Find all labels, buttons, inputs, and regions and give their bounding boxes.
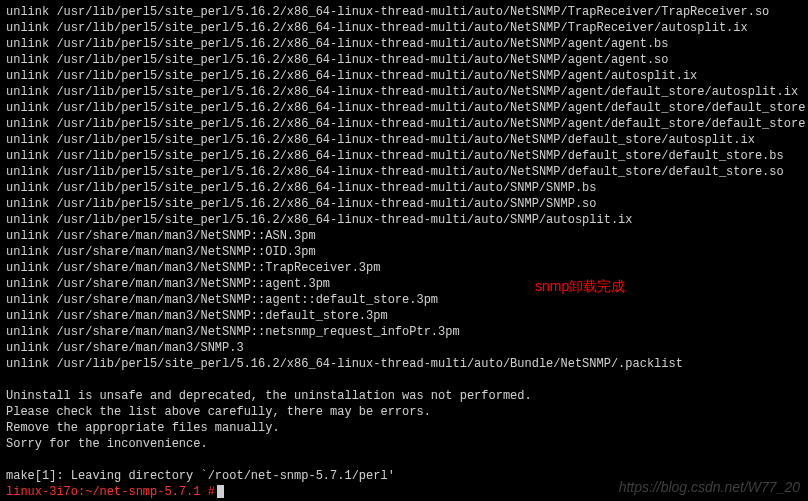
output-line: unlink /usr/lib/perl5/site_perl/5.16.2/x… xyxy=(6,132,802,148)
output-line: unlink /usr/lib/perl5/site_perl/5.16.2/x… xyxy=(6,356,802,372)
output-line: unlink /usr/lib/perl5/site_perl/5.16.2/x… xyxy=(6,52,802,68)
cursor-icon xyxy=(217,485,224,498)
prompt-host: linux-3i7o: xyxy=(6,485,85,499)
prompt-hash: # xyxy=(200,485,214,499)
output-line: unlink /usr/lib/perl5/site_perl/5.16.2/x… xyxy=(6,180,802,196)
watermark-text: https://blog.csdn.net/W77_20 xyxy=(619,479,800,495)
output-line: unlink /usr/share/man/man3/NetSNMP::agen… xyxy=(6,292,802,308)
output-line: unlink /usr/lib/perl5/site_perl/5.16.2/x… xyxy=(6,148,802,164)
output-line: unlink /usr/share/man/man3/SNMP.3 xyxy=(6,340,802,356)
output-line: unlink /usr/lib/perl5/site_perl/5.16.2/x… xyxy=(6,36,802,52)
output-line: unlink /usr/lib/perl5/site_perl/5.16.2/x… xyxy=(6,164,802,180)
annotation-text: snmp卸载完成 xyxy=(535,278,625,294)
output-line: unlink /usr/lib/perl5/site_perl/5.16.2/x… xyxy=(6,68,802,84)
output-line: unlink /usr/lib/perl5/site_perl/5.16.2/x… xyxy=(6,212,802,228)
output-line: unlink /usr/lib/perl5/site_perl/5.16.2/x… xyxy=(6,100,802,116)
output-line: unlink /usr/share/man/man3/NetSNMP::ASN.… xyxy=(6,228,802,244)
blank-line xyxy=(6,372,802,388)
output-line: unlink /usr/share/man/man3/NetSNMP::defa… xyxy=(6,308,802,324)
message-line: Please check the list above carefully, t… xyxy=(6,404,802,420)
message-line: Remove the appropriate files manually. xyxy=(6,420,802,436)
terminal-output: unlink /usr/lib/perl5/site_perl/5.16.2/x… xyxy=(6,4,802,500)
output-line: unlink /usr/lib/perl5/site_perl/5.16.2/x… xyxy=(6,196,802,212)
prompt-path: ~/net-snmp-5.7.1 xyxy=(85,485,200,499)
output-line: unlink /usr/lib/perl5/site_perl/5.16.2/x… xyxy=(6,116,802,132)
output-line: unlink /usr/lib/perl5/site_perl/5.16.2/x… xyxy=(6,20,802,36)
output-line: unlink /usr/lib/perl5/site_perl/5.16.2/x… xyxy=(6,84,802,100)
output-line: unlink /usr/share/man/man3/NetSNMP::nets… xyxy=(6,324,802,340)
message-line: Uninstall is unsafe and deprecated, the … xyxy=(6,388,802,404)
message-line: Sorry for the inconvenience. xyxy=(6,436,802,452)
output-line: unlink /usr/lib/perl5/site_perl/5.16.2/x… xyxy=(6,4,802,20)
blank-line xyxy=(6,452,802,468)
output-line: unlink /usr/share/man/man3/NetSNMP::Trap… xyxy=(6,260,802,276)
output-line: unlink /usr/share/man/man3/NetSNMP::agen… xyxy=(6,276,802,292)
output-line: unlink /usr/share/man/man3/NetSNMP::OID.… xyxy=(6,244,802,260)
